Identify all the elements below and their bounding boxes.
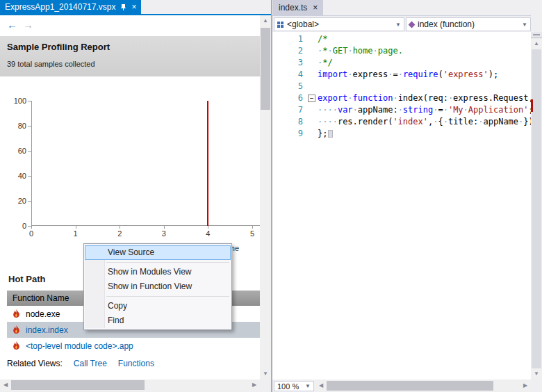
report-header: Sample Profiling Report 39 total samples… [0, 36, 260, 76]
hot-path-heading: Hot Path [8, 274, 45, 284]
scrollbar-thumb[interactable] [532, 49, 541, 368]
scrollbar-thumb[interactable] [261, 28, 270, 110]
menu-item-show-in-function-view[interactable]: Show in Function View [85, 279, 231, 294]
code-text: export·function·index(req:·express.Reque… [318, 92, 531, 104]
scrollbar-thumb[interactable] [11, 380, 145, 390]
scope-dropdown[interactable]: <global> ▼ [274, 17, 404, 31]
report-title: Sample Profiling Report [7, 42, 110, 52]
function-name[interactable]: <top-level module code>.app [26, 341, 133, 351]
code-token: · [347, 46, 352, 56]
chevron-down-icon[interactable]: ▼ [395, 22, 401, 28]
x-tick-label: 1 [69, 229, 83, 238]
member-dropdown[interactable]: index (function) ▼ [406, 17, 531, 31]
flame-icon [13, 309, 20, 318]
menu-item-copy[interactable]: Copy [85, 299, 231, 313]
x-tick-mark [252, 226, 253, 229]
code-token: var [338, 105, 353, 115]
related-views: Related Views: Call TreeFunctions [7, 359, 154, 368]
code-line[interactable]: 5 [272, 81, 531, 92]
code-line[interactable]: 6export·function·index(req:·express.Requ… [272, 92, 531, 104]
table-row[interactable]: <top-level module code>.app [7, 338, 260, 354]
line-number: 4 [272, 69, 307, 81]
code-token: ( [438, 70, 443, 79]
y-tick-label: 0 [0, 221, 26, 231]
code-token: · [347, 70, 352, 79]
y-tick-label: 20 [0, 196, 26, 206]
code-token: index(req: [398, 93, 448, 103]
y-tick-label: 60 [0, 146, 26, 156]
code-token: Application' [468, 105, 529, 115]
line-number: 7 [272, 104, 307, 116]
close-icon[interactable]: × [313, 3, 318, 12]
function-name[interactable]: index.index [26, 325, 68, 335]
chevron-down-icon[interactable]: ▼ [305, 383, 311, 389]
y-tick-label: 80 [0, 121, 26, 131]
navigate-back-icon[interactable]: ← [7, 19, 17, 31]
scroll-left-icon[interactable]: ◀ [315, 380, 327, 391]
zoom-dropdown[interactable]: 100 % ▼ [274, 381, 314, 391]
code-text: ·*·GET·home·page. [318, 45, 531, 57]
scroll-right-icon[interactable]: ▶ [249, 379, 260, 391]
code-line[interactable]: 9}; [272, 128, 531, 140]
right-horizontal-scrollbar[interactable]: ◀ ▶ [315, 380, 531, 391]
x-tick-mark [31, 226, 32, 229]
zoom-value: 100 % [277, 382, 299, 391]
scroll-down-icon[interactable]: ▼ [531, 368, 542, 379]
code-token: · [373, 46, 378, 56]
code-line[interactable]: 1/* [272, 33, 531, 45]
scroll-left-icon[interactable]: ◀ [0, 379, 11, 391]
code-line[interactable]: 2·*·GET·home·page. [272, 45, 531, 57]
member-dropdown-value: index (function) [418, 19, 475, 29]
line-number: 3 [272, 57, 307, 69]
x-tick-mark [164, 226, 165, 229]
scrollbar-thumb[interactable] [327, 381, 493, 391]
menu-item-show-in-modules-view[interactable]: Show in Modules View [85, 265, 231, 279]
code-token: /* [318, 34, 327, 44]
code-token: function [353, 93, 393, 103]
code-token: · [398, 105, 403, 115]
line-number: 5 [272, 81, 307, 92]
scroll-down-icon[interactable]: ▼ [260, 368, 271, 379]
code-token: home [353, 46, 373, 56]
code-text: /* [318, 33, 531, 45]
tab-index-ts[interactable]: index.ts × [273, 0, 323, 15]
menu-item-find[interactable]: Find [85, 313, 231, 328]
code-line[interactable]: 8····res.render('index',·{·title:·appNam… [272, 116, 531, 128]
code-line[interactable]: 7····var·appName:·string·=·'My·Applicati… [272, 104, 531, 116]
related-view-link-functions[interactable]: Functions [118, 359, 154, 368]
editor-split-handle[interactable] [531, 32, 542, 38]
chevron-down-icon[interactable]: ▼ [522, 22, 527, 28]
related-view-link-call-tree[interactable]: Call Tree [74, 359, 107, 368]
close-icon[interactable]: × [131, 3, 136, 11]
code-token: { [438, 117, 443, 126]
scroll-up-icon[interactable]: ▲ [260, 15, 271, 26]
navigate-forward-icon[interactable]: → [23, 19, 33, 31]
fold-gutter [307, 81, 318, 92]
code-token: page. [378, 46, 403, 56]
fold-collapse-icon[interactable] [307, 92, 318, 104]
code-token: appName: [358, 105, 398, 115]
code-token: 'My [448, 105, 463, 115]
code-token: }; [318, 129, 327, 138]
left-vertical-scrollbar[interactable]: ▲ ▼ [260, 15, 271, 379]
editor-navigation-bar: <global> ▼ index (function) ▼ [272, 15, 531, 32]
code-line[interactable]: 3·*/ [272, 57, 531, 69]
code-token: title: [448, 117, 478, 126]
function-name: node.exe [26, 309, 60, 319]
scroll-right-icon[interactable]: ▶ [520, 380, 531, 391]
y-tick-mark [28, 101, 31, 101]
tab-profiling-report[interactable]: ExpressApp1_20140717.vspx × [0, 0, 141, 14]
left-horizontal-scrollbar[interactable]: ◀ ▶ [0, 379, 260, 391]
code-token: · [398, 70, 403, 79]
right-vertical-scrollbar[interactable]: ▲ ▼ [531, 38, 542, 379]
fold-gutter [307, 45, 318, 57]
menu-item-view-source[interactable]: View Source [85, 245, 231, 260]
x-tick-mark [120, 226, 120, 229]
report-subtitle: 39 total samples collected [7, 60, 95, 68]
scroll-up-icon[interactable]: ▲ [531, 38, 542, 49]
pin-icon[interactable] [120, 3, 126, 11]
line-number: 6 [272, 92, 307, 104]
code-line[interactable]: 4import·express·=·require('express'); [272, 69, 531, 81]
code-editor[interactable]: 1/*2·*·GET·home·page.3·*/4import·express… [272, 32, 531, 379]
x-tick-mark [76, 226, 76, 229]
